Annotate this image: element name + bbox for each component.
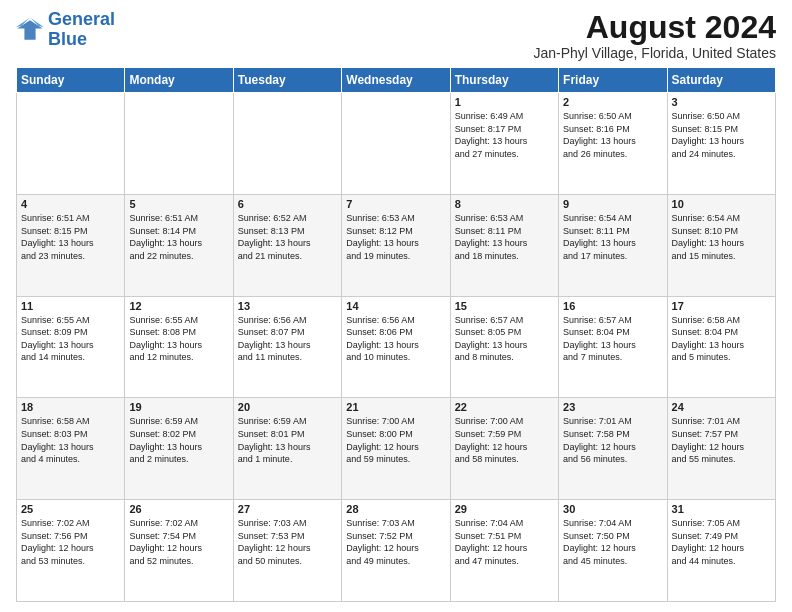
calendar-week-5: 25Sunrise: 7:02 AM Sunset: 7:56 PM Dayli… — [17, 500, 776, 602]
day-info: Sunrise: 6:54 AM Sunset: 8:10 PM Dayligh… — [672, 212, 771, 262]
calendar-cell: 14Sunrise: 6:56 AM Sunset: 8:06 PM Dayli… — [342, 296, 450, 398]
day-info: Sunrise: 6:55 AM Sunset: 8:09 PM Dayligh… — [21, 314, 120, 364]
calendar-cell — [17, 93, 125, 195]
calendar-cell: 26Sunrise: 7:02 AM Sunset: 7:54 PM Dayli… — [125, 500, 233, 602]
calendar-cell: 1Sunrise: 6:49 AM Sunset: 8:17 PM Daylig… — [450, 93, 558, 195]
calendar-cell: 27Sunrise: 7:03 AM Sunset: 7:53 PM Dayli… — [233, 500, 341, 602]
day-number: 17 — [672, 300, 771, 312]
calendar-cell: 21Sunrise: 7:00 AM Sunset: 8:00 PM Dayli… — [342, 398, 450, 500]
day-number: 27 — [238, 503, 337, 515]
calendar-cell: 8Sunrise: 6:53 AM Sunset: 8:11 PM Daylig… — [450, 194, 558, 296]
day-number: 3 — [672, 96, 771, 108]
calendar-week-1: 1Sunrise: 6:49 AM Sunset: 8:17 PM Daylig… — [17, 93, 776, 195]
day-info: Sunrise: 6:58 AM Sunset: 8:04 PM Dayligh… — [672, 314, 771, 364]
weekday-header-monday: Monday — [125, 68, 233, 93]
day-info: Sunrise: 7:00 AM Sunset: 7:59 PM Dayligh… — [455, 415, 554, 465]
day-number: 9 — [563, 198, 662, 210]
day-number: 14 — [346, 300, 445, 312]
calendar-cell: 2Sunrise: 6:50 AM Sunset: 8:16 PM Daylig… — [559, 93, 667, 195]
day-info: Sunrise: 7:01 AM Sunset: 7:58 PM Dayligh… — [563, 415, 662, 465]
calendar-cell: 11Sunrise: 6:55 AM Sunset: 8:09 PM Dayli… — [17, 296, 125, 398]
calendar-cell: 5Sunrise: 6:51 AM Sunset: 8:14 PM Daylig… — [125, 194, 233, 296]
calendar-cell — [125, 93, 233, 195]
calendar-cell: 13Sunrise: 6:56 AM Sunset: 8:07 PM Dayli… — [233, 296, 341, 398]
calendar-cell: 19Sunrise: 6:59 AM Sunset: 8:02 PM Dayli… — [125, 398, 233, 500]
day-number: 30 — [563, 503, 662, 515]
day-info: Sunrise: 6:52 AM Sunset: 8:13 PM Dayligh… — [238, 212, 337, 262]
day-number: 29 — [455, 503, 554, 515]
day-number: 10 — [672, 198, 771, 210]
logo-icon — [16, 16, 44, 44]
calendar-week-4: 18Sunrise: 6:58 AM Sunset: 8:03 PM Dayli… — [17, 398, 776, 500]
day-info: Sunrise: 6:50 AM Sunset: 8:15 PM Dayligh… — [672, 110, 771, 160]
day-number: 18 — [21, 401, 120, 413]
day-info: Sunrise: 6:53 AM Sunset: 8:11 PM Dayligh… — [455, 212, 554, 262]
day-info: Sunrise: 6:57 AM Sunset: 8:05 PM Dayligh… — [455, 314, 554, 364]
calendar-cell: 23Sunrise: 7:01 AM Sunset: 7:58 PM Dayli… — [559, 398, 667, 500]
calendar-cell: 29Sunrise: 7:04 AM Sunset: 7:51 PM Dayli… — [450, 500, 558, 602]
day-number: 6 — [238, 198, 337, 210]
calendar-cell: 7Sunrise: 6:53 AM Sunset: 8:12 PM Daylig… — [342, 194, 450, 296]
calendar-cell — [233, 93, 341, 195]
day-number: 1 — [455, 96, 554, 108]
day-info: Sunrise: 6:53 AM Sunset: 8:12 PM Dayligh… — [346, 212, 445, 262]
day-info: Sunrise: 6:49 AM Sunset: 8:17 PM Dayligh… — [455, 110, 554, 160]
day-info: Sunrise: 6:51 AM Sunset: 8:15 PM Dayligh… — [21, 212, 120, 262]
day-info: Sunrise: 6:56 AM Sunset: 8:07 PM Dayligh… — [238, 314, 337, 364]
day-number: 22 — [455, 401, 554, 413]
header: General Blue August 2024 Jan-Phyl Villag… — [16, 10, 776, 61]
weekday-header-sunday: Sunday — [17, 68, 125, 93]
day-number: 25 — [21, 503, 120, 515]
weekday-header-wednesday: Wednesday — [342, 68, 450, 93]
calendar-cell: 20Sunrise: 6:59 AM Sunset: 8:01 PM Dayli… — [233, 398, 341, 500]
day-number: 16 — [563, 300, 662, 312]
calendar-cell: 15Sunrise: 6:57 AM Sunset: 8:05 PM Dayli… — [450, 296, 558, 398]
calendar-cell: 4Sunrise: 6:51 AM Sunset: 8:15 PM Daylig… — [17, 194, 125, 296]
calendar-cell: 10Sunrise: 6:54 AM Sunset: 8:10 PM Dayli… — [667, 194, 775, 296]
day-info: Sunrise: 7:01 AM Sunset: 7:57 PM Dayligh… — [672, 415, 771, 465]
day-number: 19 — [129, 401, 228, 413]
day-number: 4 — [21, 198, 120, 210]
calendar-body: 1Sunrise: 6:49 AM Sunset: 8:17 PM Daylig… — [17, 93, 776, 602]
calendar-cell: 18Sunrise: 6:58 AM Sunset: 8:03 PM Dayli… — [17, 398, 125, 500]
day-number: 28 — [346, 503, 445, 515]
day-number: 23 — [563, 401, 662, 413]
day-number: 8 — [455, 198, 554, 210]
calendar-week-3: 11Sunrise: 6:55 AM Sunset: 8:09 PM Dayli… — [17, 296, 776, 398]
day-number: 2 — [563, 96, 662, 108]
weekday-header-thursday: Thursday — [450, 68, 558, 93]
calendar-cell: 30Sunrise: 7:04 AM Sunset: 7:50 PM Dayli… — [559, 500, 667, 602]
day-number: 5 — [129, 198, 228, 210]
weekday-header-friday: Friday — [559, 68, 667, 93]
day-number: 26 — [129, 503, 228, 515]
calendar-cell: 16Sunrise: 6:57 AM Sunset: 8:04 PM Dayli… — [559, 296, 667, 398]
calendar-table: SundayMondayTuesdayWednesdayThursdayFrid… — [16, 67, 776, 602]
main-title: August 2024 — [533, 10, 776, 45]
day-info: Sunrise: 7:03 AM Sunset: 7:52 PM Dayligh… — [346, 517, 445, 567]
day-number: 13 — [238, 300, 337, 312]
svg-marker-0 — [17, 20, 42, 40]
calendar-cell: 17Sunrise: 6:58 AM Sunset: 8:04 PM Dayli… — [667, 296, 775, 398]
calendar-cell: 31Sunrise: 7:05 AM Sunset: 7:49 PM Dayli… — [667, 500, 775, 602]
calendar-cell: 9Sunrise: 6:54 AM Sunset: 8:11 PM Daylig… — [559, 194, 667, 296]
calendar-cell: 22Sunrise: 7:00 AM Sunset: 7:59 PM Dayli… — [450, 398, 558, 500]
day-number: 11 — [21, 300, 120, 312]
day-info: Sunrise: 6:58 AM Sunset: 8:03 PM Dayligh… — [21, 415, 120, 465]
day-info: Sunrise: 7:03 AM Sunset: 7:53 PM Dayligh… — [238, 517, 337, 567]
day-info: Sunrise: 7:04 AM Sunset: 7:50 PM Dayligh… — [563, 517, 662, 567]
logo-text: General Blue — [48, 10, 115, 50]
title-block: August 2024 Jan-Phyl Village, Florida, U… — [533, 10, 776, 61]
day-info: Sunrise: 7:02 AM Sunset: 7:56 PM Dayligh… — [21, 517, 120, 567]
day-number: 15 — [455, 300, 554, 312]
calendar-cell: 24Sunrise: 7:01 AM Sunset: 7:57 PM Dayli… — [667, 398, 775, 500]
day-number: 7 — [346, 198, 445, 210]
logo: General Blue — [16, 10, 115, 50]
page: General Blue August 2024 Jan-Phyl Villag… — [0, 0, 792, 612]
day-info: Sunrise: 6:55 AM Sunset: 8:08 PM Dayligh… — [129, 314, 228, 364]
day-info: Sunrise: 6:59 AM Sunset: 8:01 PM Dayligh… — [238, 415, 337, 465]
day-info: Sunrise: 6:56 AM Sunset: 8:06 PM Dayligh… — [346, 314, 445, 364]
weekday-header-tuesday: Tuesday — [233, 68, 341, 93]
calendar-cell: 6Sunrise: 6:52 AM Sunset: 8:13 PM Daylig… — [233, 194, 341, 296]
calendar-week-2: 4Sunrise: 6:51 AM Sunset: 8:15 PM Daylig… — [17, 194, 776, 296]
day-info: Sunrise: 6:54 AM Sunset: 8:11 PM Dayligh… — [563, 212, 662, 262]
